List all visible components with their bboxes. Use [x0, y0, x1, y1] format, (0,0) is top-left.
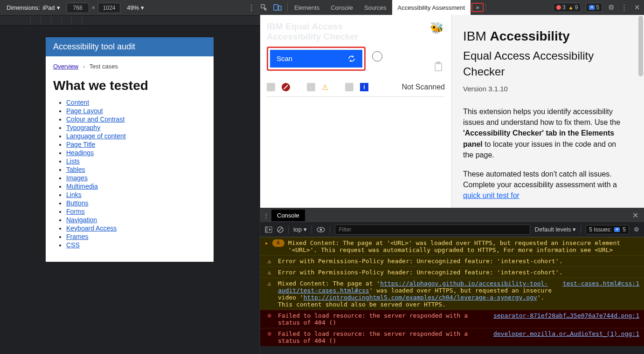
breadcrumb-link[interactable]: Overview: [53, 63, 78, 70]
console-output[interactable]: ▸6Mixed Content: The page at '<URL>' was…: [260, 237, 644, 354]
filter-input[interactable]: [335, 225, 530, 235]
device-toggle-icon[interactable]: [273, 4, 286, 11]
console-row[interactable]: ⚠Mixed Content: The page at 'https://alp…: [260, 278, 644, 310]
gear-icon[interactable]: ⚙: [607, 3, 615, 12]
more-tabs-icon[interactable]: »: [471, 3, 484, 12]
sidebar-toggle-icon[interactable]: [265, 226, 272, 233]
error-icon: ⊘: [265, 312, 274, 326]
issue-counter[interactable]: 3 ▲9: [553, 3, 581, 12]
drawer-tab-console[interactable]: Console: [271, 210, 305, 221]
tab-accessibility-assessment[interactable]: Accessibility Assessment: [392, 0, 471, 15]
tab-sources[interactable]: Sources: [359, 0, 392, 15]
error-count: 3: [562, 4, 566, 11]
recommendation-icon: i: [360, 83, 368, 91]
checker-controls: IBM Equal Access Accessibility Checker 🐝…: [260, 15, 452, 208]
breadcrumb-current: Test cases: [90, 63, 118, 70]
console-settings-icon[interactable]: ⚙: [634, 226, 639, 233]
drawer-menu-icon[interactable]: ⋮: [260, 212, 271, 219]
width-input[interactable]: [67, 3, 89, 13]
toc-item: Headings: [66, 149, 206, 157]
page-title: What we tested: [46, 72, 214, 98]
vertical-scrollbar[interactable]: [637, 15, 644, 208]
message-icon: ✦: [614, 227, 620, 232]
chevron-down-icon: ▾: [573, 226, 576, 233]
live-expression-icon[interactable]: [317, 227, 325, 232]
chevron-down-icon: ▾: [304, 226, 307, 233]
checkbox-recommend[interactable]: [345, 83, 353, 91]
context-select[interactable]: top ▾: [293, 226, 307, 233]
issues-button[interactable]: 5 Issues: ✦ 5: [586, 225, 629, 234]
toc-link[interactable]: Links: [66, 191, 82, 198]
log-levels-select[interactable]: Default levels ▾: [535, 226, 576, 233]
toc-link[interactable]: Page Title: [66, 141, 95, 148]
checker-title: IBM Equal Access Accessibility Checker: [267, 21, 445, 42]
toc-item: Keyboard Access: [66, 225, 206, 232]
toc-link[interactable]: Language of content: [66, 132, 126, 140]
toc-link[interactable]: Forms: [66, 208, 85, 215]
toc-link[interactable]: Page Layout: [66, 107, 103, 115]
tab-elements[interactable]: Elements: [289, 0, 325, 15]
console-row[interactable]: ⊘Failed to load resource: the server res…: [260, 310, 644, 328]
console-link[interactable]: http://introducinghtml5.com/examples/ch0…: [304, 294, 537, 301]
checkbox-review[interactable]: [307, 83, 315, 91]
console-row[interactable]: ⚠Error with Permissions-Policy header: U…: [260, 266, 644, 278]
console-row[interactable]: ⚠Error with Permissions-Policy header: U…: [260, 255, 644, 266]
expand-icon[interactable]: ▸: [265, 239, 269, 253]
message-icon: ✦: [589, 5, 595, 10]
toc-link[interactable]: Lists: [66, 157, 80, 165]
message-counter[interactable]: ✦5: [586, 3, 602, 12]
warning-count: 9: [575, 4, 578, 11]
scan-button[interactable]: Scan: [270, 50, 362, 68]
device-preview-pane: Dimensions: iPad ▾ × 49% ▾ ⋮ Accessibili…: [0, 0, 260, 354]
toc-item: Frames: [66, 233, 206, 240]
intro-subtitle: Equal Access Accessibility Checker: [463, 48, 633, 81]
report-icon[interactable]: [434, 61, 443, 72]
toc-link[interactable]: Frames: [66, 233, 88, 240]
breadcrumb: Overview › Test cases: [46, 56, 214, 72]
close-drawer-icon[interactable]: ✕: [627, 211, 644, 220]
rendered-page[interactable]: Accessibility tool audit Overview › Test…: [46, 37, 214, 262]
accessibility-panel: IBM Equal Access Accessibility Checker 🐝…: [260, 15, 644, 208]
more-options-icon[interactable]: ⋮: [248, 3, 255, 12]
tab-console[interactable]: Console: [325, 0, 359, 15]
device-select[interactable]: iPad ▾: [43, 4, 60, 11]
toc-item: Lists: [66, 157, 206, 165]
toc-link[interactable]: Images: [66, 174, 88, 182]
toc-link[interactable]: Tables: [66, 166, 85, 173]
toc-link[interactable]: Colour and Contrast: [66, 116, 125, 123]
drawer-tabstrip: ⋮ Console ✕: [260, 208, 644, 222]
source-link[interactable]: test-cases.html#css:1: [557, 280, 639, 308]
quick-unit-test-link[interactable]: quick unit test for: [463, 191, 519, 199]
intro-p2: These automated tests don't catch all is…: [463, 169, 622, 201]
toc-link[interactable]: Typography: [66, 124, 100, 131]
toc-link[interactable]: Content: [66, 99, 89, 106]
console-row[interactable]: ⊘Failed to load resource: the server res…: [260, 328, 644, 346]
zoom-select[interactable]: 49% ▾: [127, 4, 144, 11]
toc-link[interactable]: Headings: [66, 149, 94, 157]
info-icon[interactable]: i: [372, 51, 382, 61]
toc-item: Navigation: [66, 216, 206, 224]
height-input[interactable]: [98, 3, 120, 13]
toc-link[interactable]: Buttons: [66, 199, 88, 207]
clear-console-icon[interactable]: [277, 226, 284, 233]
source-link[interactable]: developer.mozilla.or…AudioTest_(1).ogg:1: [488, 330, 639, 344]
inspect-icon[interactable]: [260, 4, 273, 11]
chevron-down-icon: ▾: [141, 4, 144, 11]
toc-item: Page Title: [66, 141, 206, 148]
toc-link[interactable]: Keyboard Access: [66, 225, 117, 232]
console-row[interactable]: ▸6Mixed Content: The page at '<URL>' was…: [260, 237, 644, 255]
checker-intro: IBM Accessibility Equal Access Accessibi…: [452, 15, 644, 208]
toc-link[interactable]: CSS: [66, 241, 80, 249]
responsive-ruler[interactable]: [0, 15, 260, 26]
checkbox-violation[interactable]: [267, 83, 275, 91]
svg-rect-5: [265, 227, 268, 232]
console-link[interactable]: https://alphagov.github.io/accessibility…: [278, 280, 548, 294]
source-link[interactable]: separator-871ef28abf…35e076a7e744d.png:1: [488, 312, 639, 326]
console-toolbar: top ▾ Default levels ▾ 5 Issues: ✦ 5 ⚙: [260, 222, 644, 237]
kebab-menu-icon[interactable]: ⋮: [620, 3, 629, 12]
console-message: Mixed Content: The page at 'https://alph…: [278, 280, 554, 308]
toc-link[interactable]: Navigation: [66, 216, 97, 224]
toc-link[interactable]: Multimedia: [66, 183, 98, 190]
close-devtools-icon[interactable]: ✕: [633, 3, 641, 12]
svg-rect-1: [278, 6, 281, 10]
